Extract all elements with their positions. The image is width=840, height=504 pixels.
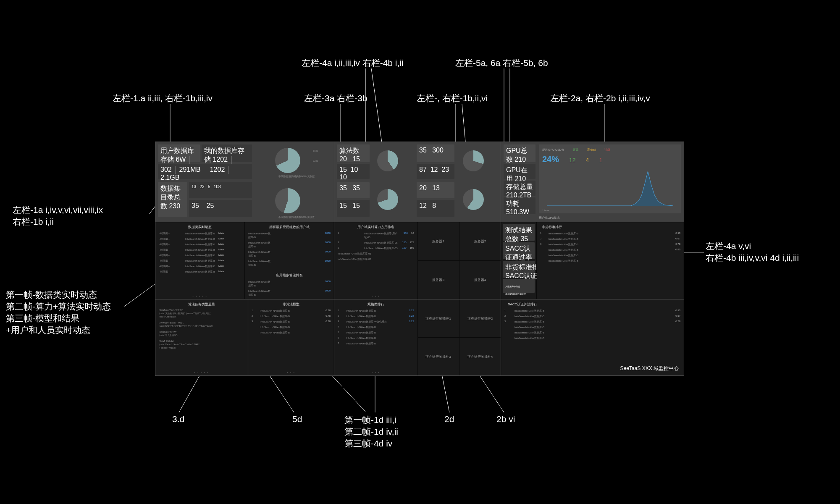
list-item: 2InfoSearch-NAlex数据库-B0.67 <box>537 236 684 242</box>
list-item: 1InfoSearch-NAlex数据库-B0.22 <box>334 308 417 314</box>
list-item: 2InfoSearch-NAlex数据库-B0.67 <box>501 314 684 319</box>
list-item: --时间戳--InfoSearch-NAlex数据库-BMate <box>155 253 244 258</box>
list-item: 5InfoSearch-NAlex数据库-B <box>334 330 417 336</box>
anno-a1: 左栏-1.a ii,iii, 右栏-1b,iii,iv <box>113 92 213 104</box>
list-item: 3InfoSearch-NAlex数据库-B0.78 <box>537 242 684 247</box>
anno-a2: 左栏-3a 右栏-3b <box>304 92 368 104</box>
list-item: 2InfoSearch-NAlex数据库库-05180175 <box>334 240 417 246</box>
anno-a6: 左栏-2a, 右栏-2b i,ii,iii,iv,v <box>550 92 650 104</box>
anno-b3: 第一帧-1d iii,i 第二帧-1d iv,ii 第三帧-4d iv <box>344 414 398 449</box>
server-tile[interactable]: 服务器2 <box>459 222 501 260</box>
anno-a3: 左栏-4a i,ii,iii,iv 右栏-4b i,ii <box>302 57 404 69</box>
list-item: --时间戳--InfoSearch-NAlex数据库-BMate <box>155 231 244 236</box>
panel-bot-right: SACC认证算法排行 1InfoSearch-NAlex数据库-B0.932In… <box>501 299 684 375</box>
server-tile[interactable]: 服务器3 <box>418 261 459 299</box>
list-item: 2InfoSearch-NAlex数据库-B0.78 <box>248 314 334 319</box>
list-item: InfoSearch-NAlex数据库-B <box>248 325 334 330</box>
plugin-tile[interactable]: 正在进行的插件3 <box>418 338 459 375</box>
anno-a4: 左栏-, 右栏-1b,ii,vi <box>417 92 488 104</box>
list-item: InfoSearch-NAlex数据库-B <box>537 258 684 264</box>
list-item: InfoSearch-NAlex数据库-B1000 <box>245 231 334 240</box>
plugin-tile[interactable]: 正在进行的插件2 <box>459 299 501 337</box>
panel-top-right: GPU总数 210 GPU在用 210 存储总量 210.2TB 功耗 510.… <box>501 142 684 222</box>
list-item: --时间戳--InfoSearch-NAlex数据库-BMate <box>155 242 244 247</box>
list-item: 3InfoSearch-NAlex数据库-B0.78 <box>501 319 684 325</box>
list-item: 3InfoSearch-NAlex数据库-一体化规格0.22 <box>334 319 417 325</box>
anno-b5: 2b vi <box>496 414 515 424</box>
panel-mid-right: 测试结果总数 35 SACC认证通过率 25 非货标准排行 SACC认证通过排行… <box>501 222 684 299</box>
list-item: InfoSearch-NAlex数据库-B1000 <box>245 298 334 299</box>
list-item: --时间戳--InfoSearch-NAlex数据库-BMate <box>155 247 244 253</box>
panel-mid-left: 数据类实时动态 --时间戳--InfoSearch-NAlex数据库-BMate… <box>155 222 334 299</box>
plugin-tile[interactable]: 正在进行的插件1 <box>418 299 459 337</box>
pie-chart-icon <box>463 189 484 210</box>
pie-chart-icon <box>275 188 300 213</box>
area-chart-icon <box>542 168 678 206</box>
panel-top-left: 用户数据库存储 6W 15TB 我的数据库存储 1202 20GB 302 29… <box>155 142 334 222</box>
plugin-grid: 正在进行的插件1 正在进行的插件2 正在进行的插件3 正在进行的插件4 <box>418 299 501 375</box>
server-tile[interactable]: 服务器1 <box>418 222 459 260</box>
list-item: InfoSearch-NAlex数据库-B <box>501 336 684 341</box>
server-tile[interactable]: 服务器4 <box>459 261 501 299</box>
anno-a5: 左栏-5a, 6a 右栏-5b, 6b <box>455 57 548 69</box>
svg-marker-18 <box>547 171 673 206</box>
list-item: InfoSearch-NAlex数据库库-05 <box>334 257 417 262</box>
anno-b1: 3.d <box>172 414 184 424</box>
pie-chart-icon <box>463 150 484 171</box>
list-item: 4InfoSearch-NAlex数据库-B <box>334 325 417 330</box>
list-item: 2InfoSearch-NAlex数据库-B0.22 <box>334 314 417 319</box>
gpu-chart: 场均GPU USD在 正常 高负载 过载 24% 12 4 1 1 hour <box>539 144 681 213</box>
list-item: --时间戳--InfoSearch-NAlex数据库-BMate <box>155 264 244 269</box>
list-item: InfoSearch-NAlex数据库-B0.85 <box>537 247 684 253</box>
list-item: InfoSearch-NAlex数据库-B <box>248 330 334 336</box>
panel-bot-left: 算法任务类型总量 {DataType:"Age","评价值", {data:"人… <box>155 299 334 375</box>
list-item: --时间戳--InfoSearch-NAlex数据库-BMate <box>155 269 244 275</box>
anno-a8: 第一帧-数据类实时动态 第二帧-算力+算法实时动态 第三帧-模型和结果 +用户和… <box>6 289 111 336</box>
list-item: 1InfoSearch-NAlex数据库-B0.78 <box>248 308 334 314</box>
list-item: InfoSearch-NAlex数据库-B1000 <box>245 279 334 289</box>
list-item: InfoSearch-NAlex数据库-B <box>501 330 684 336</box>
pie-chart-icon <box>377 150 398 171</box>
list-item: --时间戳--InfoSearch-NAlex数据库-BMate <box>155 258 244 264</box>
list-item: 3InfoSearch-NAlex数据库库-05130160 <box>334 246 417 251</box>
list-item: 1InfoSearch-NAlex数据库-B0.93 <box>501 308 684 314</box>
dashboard: 用户数据库存储 6W 15TB 我的数据库存储 1202 20GB 302 29… <box>155 142 684 376</box>
list-item: 1InfoSearch-NAlex数据库-B0.93 <box>537 231 684 236</box>
list-item: 3InfoSearch-NAlex数据库-B0.78 <box>248 319 334 325</box>
anno-a9: 左栏-4a v,vi 右栏-4b iii,iv,v,vi 4d i,ii,iii <box>706 240 799 264</box>
list-item: --时间戳--InfoSearch-NAlex数据库-BMate <box>155 236 244 242</box>
list-item: InfoSearch-NAlex数据库库-05 <box>334 251 417 257</box>
list-item: InfoSearch-NAlex数据库-B1000 <box>245 289 334 298</box>
pie-chart-icon <box>377 189 398 210</box>
plugin-tile[interactable]: 正在进行的插件4 <box>459 338 501 375</box>
panel-bot-center: 规格类排行 1InfoSearch-NAlex数据库-B0.222InfoSea… <box>334 299 501 375</box>
server-grid: 服务器1 服务器2 服务器3 服务器4 <box>418 222 501 299</box>
list-item: 1InfoSearch-NAlex数据库-用户域-0530010 <box>334 231 417 240</box>
list-item: InfoSearch-NAlex数据库-B <box>537 253 684 258</box>
list-item: 6InfoSearch-NAlex数据库-B <box>334 336 417 341</box>
footer-title: SeeTaaS XXX 域监控中心 <box>620 365 679 372</box>
list-item: InfoSearch-NAlex数据库-B1000 <box>245 249 334 259</box>
list-item: InfoSearch-NAlex数据库-B1000 <box>245 259 334 268</box>
pie-chart-icon <box>275 148 300 173</box>
panel-mid-center: 用户域实时算力占用排名 1InfoSearch-NAlex数据库-用户域-053… <box>334 222 501 299</box>
panel-top-mid: 算法数 20 15 15 10 10 35 35 15 15 35 <box>334 142 501 222</box>
anno-b4: 2d <box>444 414 454 424</box>
anno-a7: 左栏-1a i,iv,v,vi,vii,viii,ix 右栏-1b i,ii <box>13 204 103 228</box>
list-item: 7InfoSearch-NAlex数据库-B <box>334 341 417 346</box>
list-item: InfoSearch-NAlex数据库-B <box>501 325 684 330</box>
anno-b2: 5d <box>292 414 302 424</box>
list-item: InfoSearch-NAlex数据库-B1000 <box>245 240 334 249</box>
